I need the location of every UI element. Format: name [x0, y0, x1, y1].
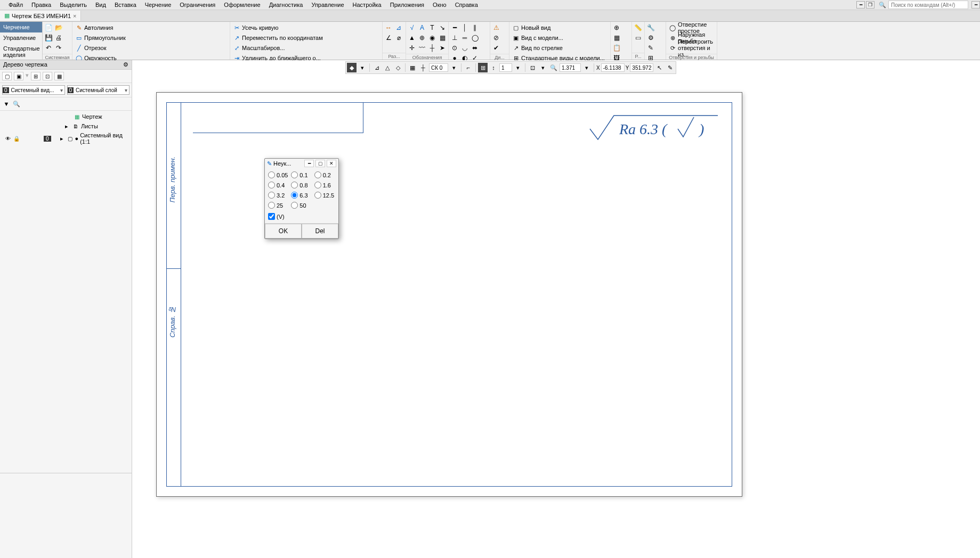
v-checkbox[interactable]: [268, 213, 275, 220]
radio-option[interactable]: 0.05: [268, 171, 289, 178]
cs-field[interactable]: СК 0: [429, 63, 448, 72]
constraint-icon[interactable]: ⬌: [470, 43, 480, 53]
y-coord-field[interactable]: 351.972: [630, 63, 653, 72]
radio-option[interactable]: 3.2: [268, 192, 289, 199]
scale-button[interactable]: ⤢Масштабиров...: [231, 43, 325, 53]
menu-apps[interactable]: Приложения: [386, 1, 428, 9]
close-icon[interactable]: ✕: [327, 160, 336, 167]
menu-view[interactable]: Вид: [91, 1, 110, 9]
zoom-field[interactable]: 1.371: [560, 63, 581, 72]
menu-diagnostics[interactable]: Диагностика: [265, 1, 307, 9]
snap-icon[interactable]: ◇: [393, 63, 403, 72]
step-field[interactable]: 1: [499, 63, 512, 72]
new-icon[interactable]: 📄: [44, 23, 53, 32]
chevron-down-icon[interactable]: ▾: [538, 63, 548, 72]
step-icon[interactable]: ⊞: [478, 63, 488, 72]
text-icon[interactable]: T: [427, 23, 437, 32]
constraint-icon[interactable]: ◯: [470, 33, 480, 43]
x-coord-field[interactable]: -6.1138: [601, 63, 625, 72]
ok-button[interactable]: OK: [265, 224, 302, 239]
ribbon-tab-manage[interactable]: Управление: [0, 32, 43, 43]
constraint-icon[interactable]: ⊙: [450, 43, 459, 53]
constraint-icon[interactable]: ═: [460, 33, 469, 43]
diag-icon[interactable]: ✔: [491, 43, 501, 53]
radio-option[interactable]: 6.3: [291, 192, 312, 199]
gear-icon[interactable]: ⚙: [123, 61, 128, 68]
model-view-button[interactable]: ▣Вид с модели...: [511, 33, 606, 43]
menu-design[interactable]: Оформление: [220, 1, 264, 9]
tree-mode-icon[interactable]: ⊡: [43, 72, 52, 80]
arrow-icon[interactable]: ➤: [438, 43, 447, 53]
insert-icon[interactable]: ▦: [612, 33, 621, 43]
redo-icon[interactable]: ↷: [54, 43, 63, 53]
snap-icon[interactable]: △: [383, 63, 392, 72]
rebuild-holes-button[interactable]: ⟳Перестроить отверстия и из...: [667, 43, 716, 53]
constraint-icon[interactable]: ◡: [460, 43, 469, 53]
center-icon[interactable]: ✛: [407, 43, 417, 53]
mark-icon[interactable]: ◉: [427, 33, 437, 43]
close-tab-icon[interactable]: ×: [73, 13, 76, 19]
minimize-icon[interactable]: ━: [304, 160, 314, 167]
segment-button[interactable]: ╱Отрезок: [74, 43, 149, 53]
base-icon[interactable]: ▲: [407, 33, 417, 43]
axis-icon[interactable]: ┼: [427, 43, 437, 53]
autoline-button[interactable]: ✎Автолиния: [74, 23, 149, 32]
grid-icon[interactable]: ▦: [408, 63, 417, 72]
del-button[interactable]: Del: [302, 224, 338, 239]
radio-option[interactable]: 0.1: [291, 171, 312, 178]
menu-select[interactable]: Выделить: [55, 1, 91, 9]
measure-icon[interactable]: 📏: [633, 23, 643, 32]
object-icon[interactable]: ◆: [347, 63, 357, 72]
menu-window[interactable]: Окно: [428, 1, 451, 9]
dim-icon[interactable]: ∠: [384, 33, 393, 43]
leader-icon[interactable]: ↘: [438, 23, 447, 32]
radio-option[interactable]: 25: [268, 202, 289, 209]
restore-child-icon[interactable]: ❐: [866, 1, 874, 9]
tree-filter-input[interactable]: [22, 100, 129, 108]
radio-option[interactable]: 0.4: [268, 182, 289, 188]
document-tab[interactable]: ▦ Чертеж БЕЗ ИМЕНИ1 ×: [0, 11, 81, 21]
dim-icon[interactable]: ⊿: [394, 23, 403, 32]
constraint-icon[interactable]: ∥: [470, 23, 480, 32]
radio-option[interactable]: 12.5: [314, 192, 335, 199]
dim-icon[interactable]: ↔: [384, 23, 393, 32]
tree-mode-icon[interactable]: ▣: [14, 72, 23, 80]
chevron-down-icon[interactable]: ▾: [358, 63, 367, 72]
chevron-down-icon[interactable]: ▾: [582, 63, 592, 72]
view-dropdown[interactable]: 0 Системный вид... ▾: [2, 85, 65, 95]
tree-row-sheets[interactable]: ▸ 🗎 Листы: [0, 121, 132, 131]
tools-icon[interactable]: 🔧: [646, 23, 655, 32]
command-search-input[interactable]: [888, 1, 968, 9]
diag-icon[interactable]: ⊘: [491, 33, 501, 43]
text-icon[interactable]: A: [417, 23, 427, 32]
tree-row-root[interactable]: ▦ Чертеж: [0, 112, 132, 121]
tools-icon[interactable]: ✎: [646, 43, 655, 53]
tree-mode-icon[interactable]: ▢: [2, 72, 12, 80]
measure-icon[interactable]: ▭: [633, 33, 643, 43]
radio-option[interactable]: 50: [291, 202, 312, 209]
ortho-icon[interactable]: ⌐: [464, 63, 473, 72]
menu-constraints[interactable]: Ограничения: [175, 1, 220, 9]
radio-option[interactable]: 0.8: [291, 182, 312, 188]
radio-option[interactable]: 1.6: [314, 182, 335, 188]
wavy-icon[interactable]: 〰: [417, 43, 427, 53]
new-view-button[interactable]: ▢Новый вид: [511, 23, 606, 32]
diag-icon[interactable]: ⚠: [491, 23, 501, 32]
table-icon[interactable]: ▦: [438, 33, 447, 43]
menu-insert[interactable]: Вставка: [110, 1, 141, 9]
constraint-icon[interactable]: │: [460, 23, 469, 32]
rectangle-button[interactable]: ▭Прямоугольник: [74, 33, 149, 43]
trim-button[interactable]: ✂Усечь кривую: [231, 23, 325, 32]
radio-option[interactable]: 0.2: [314, 171, 335, 178]
menu-help[interactable]: Справка: [451, 1, 482, 9]
snap-icon[interactable]: ⊿: [372, 63, 382, 72]
maximize-icon[interactable]: ▢: [315, 160, 325, 167]
tools-icon[interactable]: ⚙: [646, 33, 655, 43]
minimize-icon[interactable]: ━: [971, 1, 980, 9]
tree-mode-icon[interactable]: ▦: [54, 72, 64, 80]
dialog-titlebar[interactable]: ✎ Неук... ━ ▢ ✕: [265, 159, 338, 168]
tree-mode-icon[interactable]: ⊞: [31, 72, 41, 80]
zoom-fit-icon[interactable]: ⊡: [528, 63, 537, 72]
cs-icon[interactable]: ┼: [418, 63, 428, 72]
print-icon[interactable]: 🖨: [54, 33, 63, 43]
